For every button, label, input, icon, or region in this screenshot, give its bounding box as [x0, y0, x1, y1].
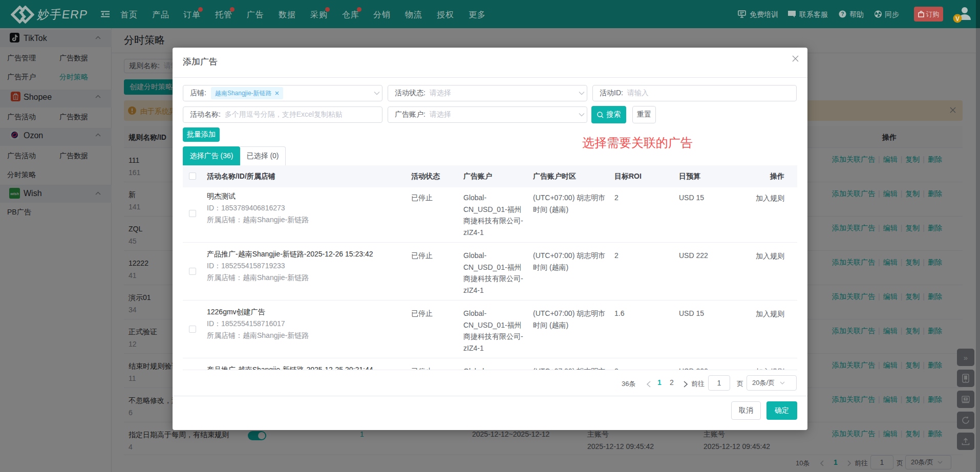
- svg-text:V: V: [955, 15, 960, 23]
- svg-text:?: ?: [841, 11, 844, 17]
